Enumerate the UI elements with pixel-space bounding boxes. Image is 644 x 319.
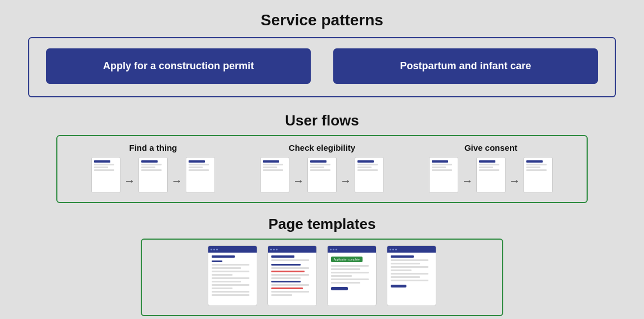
template-homepage[interactable] [208, 245, 257, 306]
thumb-bar [189, 160, 205, 163]
tmpl-line [391, 266, 428, 268]
flow-group-find: Find a thing → → [91, 143, 215, 193]
tmpl-line [391, 263, 420, 264]
tmpl-body [387, 253, 436, 305]
thumb-line [310, 167, 324, 168]
flow-label-check: Check elegibility [289, 143, 355, 152]
tmpl-dot [276, 249, 278, 250]
thumb-line [94, 164, 114, 165]
thumb-bar [432, 160, 448, 163]
thumb-line [432, 169, 452, 171]
thumb-bar [263, 160, 279, 163]
tmpl-dot [216, 249, 218, 250]
thumb-line [479, 169, 499, 171]
tmpl-line [391, 280, 428, 281]
thumb-line [189, 167, 203, 168]
arrow-icon: → [340, 174, 351, 187]
tmpl-line [212, 294, 249, 296]
thumb-bar [310, 160, 327, 163]
tmpl-line [391, 259, 428, 261]
tmpl-line [331, 278, 369, 280]
confirmation-badge: Application complete [331, 257, 363, 262]
tmpl-dot [392, 249, 394, 250]
tmpl-line [212, 284, 249, 286]
tmpl-dot [395, 249, 397, 250]
tmpl-header [387, 246, 436, 253]
template-task-list[interactable] [267, 245, 317, 306]
tmpl-dot [270, 249, 272, 250]
page-thumb[interactable] [429, 157, 458, 193]
thumb-line [357, 169, 378, 171]
user-flows-title: User flows [0, 107, 644, 135]
page-thumb[interactable] [524, 157, 553, 193]
tmpl-line [271, 259, 309, 261]
thumb-line [263, 167, 277, 168]
template-satisfaction[interactable] [387, 245, 436, 306]
thumb-line [189, 164, 209, 165]
flow-pages-consent: → → [429, 157, 553, 193]
page-thumb[interactable] [307, 157, 337, 193]
thumb-line [141, 164, 162, 165]
thumb-bar [526, 160, 543, 163]
tmpl-line [271, 274, 309, 276]
arrow-icon: → [124, 174, 135, 187]
thumb-line [141, 167, 155, 168]
thumb-line [263, 169, 283, 171]
tmpl-dot [213, 249, 215, 250]
thumb-line [263, 164, 283, 165]
tmpl-header [208, 246, 257, 253]
tmpl-dot [390, 249, 391, 250]
tmpl-body: Application complete [328, 253, 376, 305]
tmpl-line [212, 267, 241, 269]
thumb-line [526, 164, 547, 165]
thumb-line [189, 169, 209, 171]
tmpl-header [328, 246, 376, 253]
page-templates-container: Application complete [141, 239, 503, 316]
tmpl-dot [273, 249, 275, 250]
tmpl-line [271, 291, 309, 293]
thumb-bar [94, 160, 110, 163]
page-thumb[interactable] [138, 157, 168, 193]
tmpl-btn [331, 287, 348, 290]
tmpl-dot [211, 249, 212, 250]
user-flows-container: Find a thing → → [56, 135, 588, 203]
page-thumb[interactable] [355, 157, 384, 193]
tmpl-dot [333, 249, 334, 250]
tmpl-line [391, 269, 412, 271]
tmpl-dot [336, 249, 337, 250]
tmpl-line [271, 277, 301, 279]
flow-group-check: Check elegibility → → [260, 143, 384, 193]
page-thumb[interactable] [91, 157, 120, 193]
thumb-line [357, 167, 372, 168]
thumb-line [94, 167, 108, 168]
flow-label-consent: Give consent [464, 143, 517, 152]
tmpl-line [391, 273, 428, 275]
thumb-line [94, 169, 114, 171]
construction-permit-button[interactable]: Apply for a construction permit [46, 48, 311, 84]
tmpl-title-line [391, 255, 414, 258]
page-thumb[interactable] [260, 157, 289, 193]
template-confirmation[interactable]: Application complete [327, 245, 377, 306]
tmpl-body [208, 253, 257, 305]
tmpl-line [271, 294, 292, 296]
tmpl-line [331, 282, 360, 284]
thumb-line [141, 169, 162, 171]
thumb-line [526, 169, 547, 171]
thumb-bar [479, 160, 495, 163]
arrow-icon: → [171, 174, 182, 187]
thumb-line [432, 164, 452, 165]
service-patterns-container: Apply for a construction permit Postpart… [28, 37, 616, 97]
flow-label-find: Find a thing [129, 143, 177, 152]
tmpl-line [271, 267, 309, 269]
postpartum-care-button[interactable]: Postpartum and infant care [333, 48, 598, 84]
page-thumb[interactable] [476, 157, 506, 193]
tmpl-line [331, 268, 360, 270]
flow-group-consent: Give consent → → [429, 143, 553, 193]
tmpl-line [331, 275, 352, 277]
tmpl-line [331, 265, 369, 267]
flows-row: Find a thing → → [69, 143, 575, 193]
thumb-line [310, 164, 330, 165]
page-thumb[interactable] [186, 157, 215, 193]
tmpl-header [268, 246, 316, 253]
thumb-bar [141, 160, 158, 163]
